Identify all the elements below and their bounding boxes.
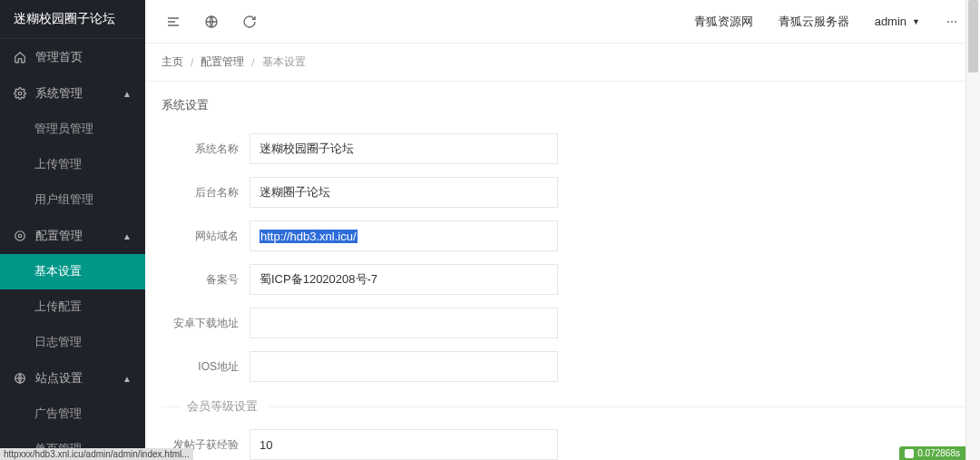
- sliders-icon: [14, 230, 26, 242]
- sidebar-item-adsmgr[interactable]: 广告管理: [0, 396, 145, 432]
- svg-point-8: [955, 21, 956, 23]
- sidebar-item-basicsetting[interactable]: 基本设置: [0, 254, 145, 289]
- top-header: 青狐资源网 青狐云服务器 admin ▼: [145, 0, 980, 44]
- home-icon: [14, 51, 26, 64]
- legend-member: 会员等级设置: [187, 398, 964, 415]
- input-backend-name[interactable]: [250, 177, 558, 208]
- status-link-hint: httpxxx/hdb3.xnl.icu/admin/admin/index.h…: [0, 448, 193, 460]
- toggle-sidebar-button[interactable]: [154, 0, 192, 44]
- svg-point-2: [15, 231, 25, 241]
- label-system-name: 系统名称: [162, 142, 239, 157]
- chevron-up-icon: ▲: [122, 374, 132, 384]
- svg-point-1: [18, 234, 22, 238]
- sidebar-item-adminmgr[interactable]: 管理员管理: [0, 112, 145, 147]
- sidebar-item-usergroupmgr[interactable]: 用户组管理: [0, 182, 145, 218]
- sidebar-item-uploadcfg[interactable]: 上传配置: [0, 289, 145, 325]
- sidebar-group-config[interactable]: 配置管理 ▲: [0, 218, 145, 254]
- caret-down-icon: ▼: [912, 17, 920, 26]
- panel-title: 系统设置: [162, 86, 964, 124]
- chevron-up-icon: ▲: [122, 231, 132, 241]
- perf-badge: 0.072868s: [899, 446, 965, 460]
- input-ios[interactable]: [250, 351, 558, 382]
- main-area: 青狐资源网 青狐云服务器 admin ▼ 主页 / 配置管理 / 基本设置 系统…: [145, 0, 980, 460]
- leaf-icon: [905, 449, 914, 458]
- input-post-exp[interactable]: [250, 429, 558, 460]
- breadcrumb-config[interactable]: 配置管理: [201, 54, 244, 70]
- sidebar-item-label: 管理首页: [35, 49, 83, 65]
- sidebar-group-system[interactable]: 系统管理 ▲: [0, 75, 145, 112]
- content-panel: 系统设置 系统名称 后台名称 网站域名 http://hdb3.xnl.icu/: [145, 82, 980, 460]
- label-ios: IOS地址: [162, 359, 239, 375]
- sidebar-group-label: 系统管理: [35, 85, 83, 102]
- input-system-name[interactable]: [250, 133, 558, 164]
- sidebar-item-logmgr[interactable]: 日志管理: [0, 325, 145, 360]
- brand-title: 迷糊校园圈子论坛: [0, 0, 145, 39]
- label-backend-name: 后台名称: [162, 185, 239, 201]
- label-domain: 网站域名: [162, 229, 239, 244]
- svg-point-6: [947, 21, 949, 23]
- sidebar: 迷糊校园圈子论坛 管理首页 系统管理 ▲ 管理员管理 上传管理 用户组管理 配置…: [0, 0, 145, 460]
- sidebar-group-site[interactable]: 站点设置 ▲: [0, 360, 145, 396]
- chevron-up-icon: ▲: [122, 89, 132, 99]
- sidebar-group-label: 站点设置: [35, 370, 83, 387]
- breadcrumb: 主页 / 配置管理 / 基本设置: [145, 44, 980, 82]
- language-button[interactable]: [192, 0, 230, 44]
- user-menu[interactable]: admin ▼: [862, 0, 933, 44]
- label-icp: 备案号: [162, 272, 239, 288]
- label-android: 安卓下载地址: [162, 316, 239, 331]
- svg-point-0: [18, 92, 22, 95]
- top-link-cloud[interactable]: 青狐云服务器: [766, 0, 862, 44]
- input-icp[interactable]: [250, 264, 558, 295]
- top-link-resource[interactable]: 青狐资源网: [681, 0, 766, 44]
- globe-icon: [14, 372, 26, 385]
- sidebar-group-label: 配置管理: [35, 228, 83, 244]
- input-domain[interactable]: http://hdb3.xnl.icu/: [250, 220, 558, 251]
- svg-point-7: [951, 21, 953, 23]
- refresh-button[interactable]: [230, 0, 269, 44]
- sidebar-item-uploadmgr[interactable]: 上传管理: [0, 147, 145, 182]
- input-android[interactable]: [250, 308, 558, 338]
- scrollbar-thumb[interactable]: [968, 0, 978, 73]
- gear-icon: [14, 87, 26, 100]
- breadcrumb-current: 基本设置: [262, 54, 306, 70]
- breadcrumb-home[interactable]: 主页: [162, 54, 183, 70]
- selected-text: http://hdb3.xnl.icu/: [260, 230, 358, 243]
- scrollbar[interactable]: [965, 0, 980, 460]
- sidebar-item-home[interactable]: 管理首页: [0, 39, 145, 75]
